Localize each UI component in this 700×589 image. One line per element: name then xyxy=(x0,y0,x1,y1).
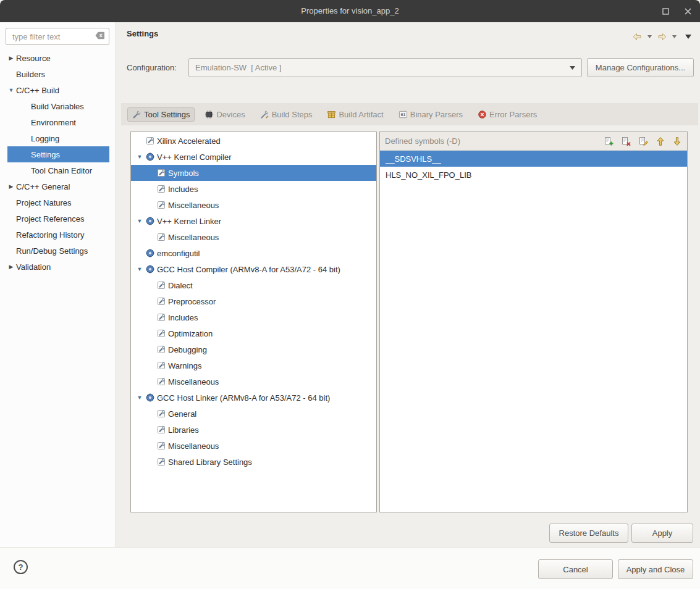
tool-tree-item[interactable]: Includes xyxy=(131,309,376,325)
dialog-footer: ? Cancel Apply and Close xyxy=(0,547,700,589)
sidebar-item-refactoring-history[interactable]: Refactoring History xyxy=(0,227,115,243)
tab-build-artifact[interactable]: Build Artifact xyxy=(322,107,388,122)
back-menu-button[interactable] xyxy=(647,35,652,38)
tool-tree-item[interactable]: ▼GCC Host Linker (ARMv8-A for A53/A72 - … xyxy=(131,390,376,406)
sidebar-item-build-variables[interactable]: Build Variables xyxy=(0,98,115,114)
settings-category-icon xyxy=(156,296,166,306)
collapse-arrow-icon[interactable]: ▼ xyxy=(135,218,145,224)
expand-arrow-icon[interactable]: ▶ xyxy=(6,55,16,61)
tool-tree-item[interactable]: Miscellaneous xyxy=(131,229,376,245)
tool-tree-item-label: emconfigutil xyxy=(157,249,200,258)
settings-category-icon xyxy=(156,168,166,178)
tab-tool-settings[interactable]: Tool Settings xyxy=(127,107,195,122)
settings-category-icon xyxy=(145,136,155,146)
sidebar-item-label: Project References xyxy=(16,214,85,223)
sidebar-item-validation[interactable]: ▶Validation xyxy=(0,259,115,275)
tool-tree-item[interactable]: Miscellaneous xyxy=(131,197,376,213)
tool-tree-item[interactable]: Miscellaneous xyxy=(131,438,376,454)
tool-tree-item-label: GCC Host Linker (ARMv8-A for A53/A72 - 6… xyxy=(157,393,330,403)
cancel-button[interactable]: Cancel xyxy=(538,559,613,579)
sidebar-item-settings[interactable]: Settings xyxy=(0,146,115,162)
tool-tree-item[interactable]: Miscellaneous xyxy=(131,374,376,390)
sidebar-item-logging[interactable]: Logging xyxy=(0,130,115,146)
sidebar-item-project-references[interactable]: Project References xyxy=(0,211,115,227)
settings-category-icon xyxy=(156,377,166,386)
forward-menu-button[interactable] xyxy=(672,35,677,38)
tool-tree-item[interactable]: Warnings xyxy=(131,357,376,374)
tool-settings-icon xyxy=(132,110,141,119)
sidebar-item-builders[interactable]: Builders xyxy=(0,66,115,82)
sidebar-item-label: Run/Debug Settings xyxy=(16,246,88,256)
configuration-select[interactable]: Emulation-SW [ Active ] xyxy=(188,58,582,77)
tool-tree-item[interactable]: ▼V++ Kernel Linker xyxy=(131,213,376,229)
settings-category-icon xyxy=(156,184,166,194)
collapse-arrow-icon[interactable]: ▼ xyxy=(135,154,145,160)
help-button[interactable]: ? xyxy=(14,560,28,574)
titlebar[interactable]: Properties for vision_app_2 xyxy=(0,0,700,22)
apply-and-close-button[interactable]: Apply and Close xyxy=(618,559,693,579)
tool-tree-item[interactable]: emconfigutil xyxy=(131,245,376,261)
tool-tree-item-label: Debugging xyxy=(168,345,207,354)
tool-tree-item[interactable]: Preprocessor xyxy=(131,293,376,309)
tool-tree-item[interactable]: ▼GCC Host Compiler (ARMv8-A for A53/A72 … xyxy=(131,261,376,277)
tab-binary-parsers[interactable]: 01Binary Parsers xyxy=(394,107,468,122)
tool-tree-item[interactable]: Xilinx Accelerated xyxy=(131,133,376,149)
view-menu-icon xyxy=(685,35,691,39)
edit-button[interactable] xyxy=(638,136,649,146)
filter-input[interactable] xyxy=(11,31,95,42)
tool-tree-item[interactable]: Optimization xyxy=(131,325,376,341)
view-menu-button[interactable] xyxy=(685,35,691,39)
collapse-arrow-icon[interactable]: ▼ xyxy=(135,266,145,272)
move-up-button[interactable] xyxy=(656,136,665,146)
expand-arrow-icon[interactable]: ▶ xyxy=(6,264,16,270)
forward-button[interactable] xyxy=(656,32,668,41)
sidebar-item-label: Builders xyxy=(16,70,45,79)
defined-symbols-header: Defined symbols (-D) xyxy=(380,132,687,151)
settings-category-icon xyxy=(156,457,166,467)
delete-button[interactable] xyxy=(621,136,631,146)
add-button[interactable] xyxy=(604,136,614,146)
tool-blue-icon xyxy=(145,393,155,403)
collapse-arrow-icon[interactable]: ▼ xyxy=(6,87,16,93)
sidebar-item-environment[interactable]: Environment xyxy=(0,114,115,130)
defined-symbols-toolbar xyxy=(604,136,682,146)
symbol-row[interactable]: __SDSVHLS__ xyxy=(380,151,687,167)
tool-tree-item[interactable]: Dialect xyxy=(131,277,376,293)
restore-defaults-button[interactable]: Restore Defaults xyxy=(549,524,628,543)
maximize-button[interactable] xyxy=(660,6,670,16)
apply-button[interactable]: Apply xyxy=(631,524,693,543)
move-down-button[interactable] xyxy=(672,136,682,146)
sidebar-item-tool-chain-editor[interactable]: Tool Chain Editor xyxy=(0,162,115,178)
expand-arrow-icon[interactable]: ▶ xyxy=(6,183,16,190)
symbol-row[interactable]: HLS_NO_XIL_FPO_LIB xyxy=(380,167,687,183)
sidebar-item-label: Settings xyxy=(31,150,60,159)
sidebar-item-c-c-general[interactable]: ▶C/C++ General xyxy=(0,178,115,194)
tab-devices[interactable]: Devices xyxy=(200,107,250,122)
defined-symbols-panel: Defined symbols (-D) __SDSVHLS__HLS_NO_X… xyxy=(379,132,688,512)
tool-tree-item[interactable]: General xyxy=(131,406,376,422)
sidebar-item-label: Refactoring History xyxy=(16,230,85,240)
tool-tree-item-label: V++ Kernel Compiler xyxy=(157,152,232,162)
tab-error-parsers[interactable]: Error Parsers xyxy=(473,107,542,122)
back-button[interactable] xyxy=(631,32,643,41)
move-down-icon xyxy=(672,136,682,146)
close-button[interactable] xyxy=(683,6,693,16)
tool-tree-item[interactable]: Libraries xyxy=(131,422,376,438)
sidebar-item-project-natures[interactable]: Project Natures xyxy=(0,194,115,211)
tab-build-steps[interactable]: Build Steps xyxy=(255,107,318,122)
tool-tree-item-label: Shared Library Settings xyxy=(168,457,252,467)
sidebar-item-c-c-build[interactable]: ▼C/C++ Build xyxy=(0,82,115,98)
tool-tree-item[interactable]: Shared Library Settings xyxy=(131,454,376,470)
tool-tree-item[interactable]: ▼V++ Kernel Compiler xyxy=(131,149,376,165)
page-title: Settings xyxy=(127,29,158,38)
sidebar-item-run-debug-settings[interactable]: Run/Debug Settings xyxy=(0,243,115,259)
configuration-label: Configuration: xyxy=(127,63,177,72)
tool-tree-item[interactable]: Includes xyxy=(131,181,376,197)
clear-filter-icon[interactable] xyxy=(95,31,105,40)
collapse-arrow-icon[interactable]: ▼ xyxy=(135,395,145,401)
tool-tree-item[interactable]: Debugging xyxy=(131,341,376,357)
tool-tree-item[interactable]: Symbols xyxy=(131,165,376,181)
tab-label: Build Steps xyxy=(272,110,313,119)
manage-configurations-button[interactable]: Manage Configurations... xyxy=(587,58,694,77)
sidebar-item-resource[interactable]: ▶Resource xyxy=(0,50,115,66)
